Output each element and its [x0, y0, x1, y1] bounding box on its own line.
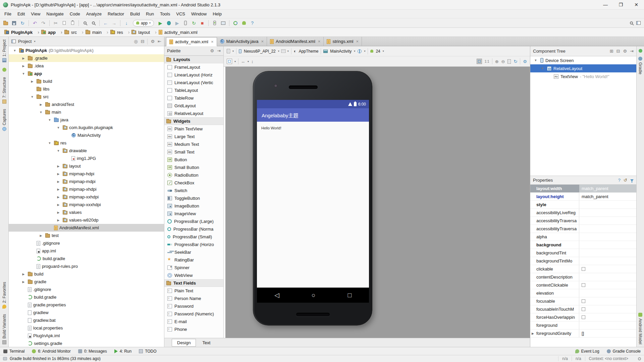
tab-androidmanifest-xml[interactable]: AndroidManifest.xml ×	[267, 37, 324, 46]
tree-item[interactable]: gradlew	[9, 309, 164, 316]
tab-design[interactable]: Design	[172, 339, 196, 347]
property-value[interactable]	[579, 225, 636, 233]
toolbar-icon[interactable]	[29, 20, 29, 26]
activity-select[interactable]: MainActivity	[330, 49, 352, 54]
tab-strings-xml[interactable]: strings.xml ×	[324, 37, 362, 46]
tree-toggle-icon[interactable]: ▶	[56, 180, 61, 183]
tree-item[interactable]: .gitignore	[9, 239, 164, 247]
tree-toggle-icon[interactable]: ▼	[56, 149, 61, 153]
sync-icon[interactable]: ↻	[19, 19, 26, 27]
property-row[interactable]: focusableInTouchM	[530, 305, 636, 313]
expand-property-icon[interactable]: ▶	[532, 332, 534, 335]
palette-item[interactable]: ProgressBar (Horizo	[164, 241, 223, 248]
tree-item[interactable]: ▼ PlugInApk (D:\github\PlugInApk)	[9, 47, 164, 54]
copy-icon[interactable]	[60, 19, 68, 27]
property-value[interactable]	[579, 233, 636, 241]
toolwindow-structure[interactable]: 7: Structure	[2, 77, 7, 104]
palette-item[interactable]: ToggleButton	[164, 194, 223, 202]
tree-item[interactable]: ▶ layout	[9, 162, 164, 170]
toolwindow-favorites[interactable]: 2: Favorites	[2, 282, 7, 309]
locate-file-icon[interactable]: ◎	[134, 39, 138, 44]
gradle-sync-icon[interactable]	[232, 19, 239, 27]
toolwindow-android-monitor[interactable]: 6: Android Monitor	[32, 349, 70, 354]
toolbar-icon[interactable]	[99, 20, 100, 26]
tree-item[interactable]: ▶ values	[9, 208, 164, 216]
tree-item[interactable]: .gitignore	[9, 286, 164, 293]
tree-toggle-icon[interactable]: ▼	[30, 95, 35, 99]
palette-item[interactable]: CheckBox	[164, 179, 223, 187]
property-value[interactable]	[579, 289, 636, 297]
property-row[interactable]: contextClickable	[530, 281, 636, 289]
open-icon[interactable]	[2, 19, 9, 27]
property-row[interactable]: layout:width match_parent	[530, 185, 636, 193]
close-tab-icon[interactable]: ×	[356, 39, 359, 44]
orientation-icon[interactable]	[281, 50, 285, 53]
property-row[interactable]: accessibilityTraversa	[530, 217, 636, 225]
menu-item[interactable]: Tools	[157, 11, 173, 16]
render-settings-gear-icon[interactable]: ⚙	[523, 59, 527, 64]
tree-toggle-icon[interactable]: ▶	[21, 57, 26, 60]
toolwindow-captures[interactable]: Captures	[2, 109, 7, 131]
search-everywhere-icon[interactable]	[630, 21, 633, 24]
palette-item[interactable]: TableLayout	[164, 86, 223, 94]
palette-item[interactable]: GridLayout	[164, 102, 223, 110]
tree-item[interactable]: ▶ mipmap-xhdpi	[9, 185, 164, 193]
tree-toggle-icon[interactable]: ▼	[47, 141, 52, 145]
property-row[interactable]: backgroundTintMo	[530, 257, 636, 265]
palette-item[interactable]: RadioButton	[164, 171, 223, 179]
expand-all-icon[interactable]: ⊞	[610, 49, 613, 53]
breadcrumb-item[interactable]: src	[63, 29, 85, 35]
property-checkbox[interactable]	[582, 267, 585, 271]
restore-layout-icon[interactable]	[636, 21, 641, 25]
toolwindow-build-variants[interactable]: Build Variants	[2, 314, 7, 344]
help-icon[interactable]: ?	[618, 178, 621, 182]
close-tab-icon[interactable]: ×	[318, 39, 321, 44]
chevron-down-icon[interactable]: ▾	[34, 40, 35, 43]
device-select[interactable]: Nexus6P_API_22	[244, 49, 276, 54]
tree-item[interactable]: ▶ .gradle	[9, 54, 164, 62]
tree-toggle-icon[interactable]: ▼	[540, 67, 545, 70]
palette-item[interactable]: Phone	[164, 325, 223, 333]
palette-item[interactable]: SeekBar	[164, 248, 223, 256]
breadcrumb-item[interactable]: res	[109, 29, 131, 35]
run-icon[interactable]: ▶	[157, 19, 164, 27]
property-row[interactable]: background	[530, 241, 636, 249]
palette-item[interactable]: ImageView	[164, 210, 223, 218]
save-all-icon[interactable]	[10, 19, 18, 27]
breadcrumb-item[interactable]: PlugInApk	[3, 29, 40, 35]
menu-item[interactable]: Code	[67, 11, 83, 16]
preview-xml-icon[interactable]	[507, 59, 511, 64]
property-row[interactable]: forceHasOverlappin	[530, 313, 636, 321]
tree-item[interactable]: proguard-rules.pro	[9, 262, 164, 270]
tree-toggle-icon[interactable]: ▶	[38, 103, 44, 106]
palette-item[interactable]: Small Button	[164, 164, 223, 171]
property-value[interactable]	[579, 217, 636, 225]
close-tab-icon[interactable]: ×	[261, 39, 264, 44]
tree-toggle-icon[interactable]: ▶	[30, 80, 35, 83]
property-value[interactable]	[579, 249, 636, 257]
tree-item[interactable]: PlugInApk.iml	[9, 332, 164, 340]
toolwindow-project[interactable]: 1: Project	[2, 40, 7, 62]
menu-item[interactable]: Edit	[14, 11, 28, 16]
palette-item[interactable]: E-mail	[164, 318, 223, 325]
toolwindow-terminal[interactable]: Terminal	[3, 349, 24, 354]
palette-item[interactable]: Widgets	[164, 117, 223, 125]
property-value[interactable]: []	[579, 329, 636, 337]
back-icon[interactable]: ←	[102, 19, 109, 27]
redo-icon[interactable]: ↷	[40, 19, 47, 27]
replace-icon[interactable]	[90, 19, 97, 27]
palette-item[interactable]: Button	[164, 156, 223, 164]
tree-item[interactable]: ▶ mipmap-hdpi	[9, 170, 164, 178]
undo-icon[interactable]: ↶	[31, 19, 39, 27]
menu-item[interactable]: Help	[210, 11, 225, 16]
toolwindow-android[interactable]	[2, 68, 6, 72]
gear-icon[interactable]: ⚙	[151, 39, 155, 44]
property-value[interactable]	[579, 297, 636, 305]
property-value[interactable]: match_parent	[579, 193, 636, 200]
config-to-render-icon[interactable]	[227, 49, 230, 53]
tree-item[interactable]: local.properties	[9, 324, 164, 332]
toolbar-icon[interactable]	[78, 20, 79, 26]
component-textview[interactable]: TextView - "Hello World!"	[530, 72, 636, 80]
tree-toggle-icon[interactable]: ▼	[38, 111, 44, 114]
tree-toggle-icon[interactable]: ▼	[47, 118, 52, 122]
